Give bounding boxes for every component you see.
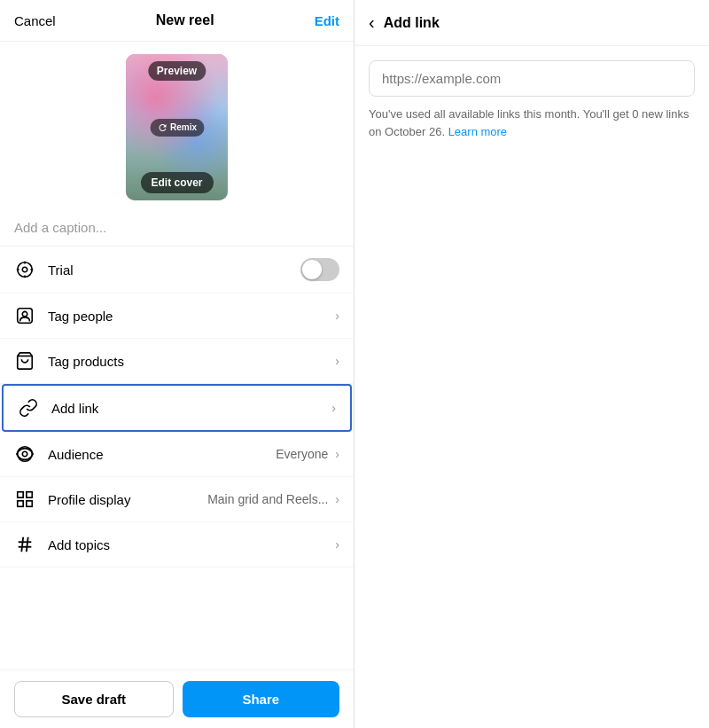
bottom-buttons: Save draft Share [0,669,354,728]
save-draft-button[interactable]: Save draft [14,681,174,717]
add-link-icon [18,397,39,419]
back-button[interactable]: ‹ [369,12,375,33]
audience-icon [14,443,35,465]
add-link-title: Add link [384,15,440,31]
svg-rect-12 [27,492,32,497]
trial-toggle[interactable] [300,258,339,281]
menu-item-audience[interactable]: Audience Everyone › [0,432,354,477]
learn-more-link[interactable]: Learn more [448,125,507,138]
tag-people-icon [14,305,35,326]
preview-badge: Preview [148,61,206,81]
edit-button[interactable]: Edit [315,13,339,28]
link-note: You've used all available links this mon… [369,106,695,140]
trial-toggle-thumb [302,260,322,279]
menu-item-add-topics[interactable]: Add topics › [0,522,354,568]
profile-display-chevron: › [335,492,339,506]
audience-value: Everyone [276,447,328,461]
video-preview-container: Preview Remix Edit cover [0,42,354,209]
svg-rect-14 [27,501,32,506]
right-header: ‹ Add link [354,0,709,46]
right-content: You've used all available links this mon… [354,46,709,728]
menu-list: Trial Tag people › Tag products › [0,247,354,669]
trial-label: Trial [48,262,300,278]
add-topics-chevron: › [335,537,339,552]
svg-line-18 [27,537,28,552]
profile-display-value: Main grid and Reels... [207,492,328,506]
menu-item-tag-people[interactable]: Tag people › [0,294,354,339]
svg-point-10 [22,451,27,457]
left-header: Cancel New reel Edit [0,0,354,42]
add-topics-label: Add topics [48,537,331,552]
svg-line-17 [21,537,23,552]
tag-products-label: Tag products [48,354,331,369]
cancel-button[interactable]: Cancel [14,13,56,28]
svg-point-0 [18,262,33,278]
new-reel-title: New reel [156,12,214,28]
caption-area[interactable]: Add a caption... [0,209,354,247]
profile-display-label: Profile display [48,492,207,507]
caption-placeholder: Add a caption... [14,220,106,235]
tag-products-icon [14,350,35,372]
tag-people-label: Tag people [48,309,331,324]
audience-chevron: › [335,447,339,461]
svg-rect-11 [18,492,23,497]
add-topics-icon [14,534,35,555]
add-link-chevron: › [331,401,336,415]
link-note-text: You've used all available links this mon… [369,107,690,138]
svg-point-1 [22,267,27,272]
menu-item-tag-products[interactable]: Tag products › [0,339,354,384]
menu-item-profile-display[interactable]: Profile display Main grid and Reels... › [0,477,354,522]
menu-item-trial[interactable]: Trial [0,247,354,294]
svg-point-7 [22,311,27,317]
left-panel: Cancel New reel Edit Preview Remix Edit … [0,0,354,728]
trial-icon [14,259,35,280]
remix-badge: Remix [150,119,204,137]
add-link-label: Add link [51,401,328,416]
svg-rect-13 [18,501,23,506]
link-input[interactable] [369,60,695,97]
audience-label: Audience [48,447,276,462]
tag-people-chevron: › [335,309,339,323]
right-panel: ‹ Add link You've used all available lin… [354,0,709,728]
tag-products-chevron: › [335,354,339,368]
share-button[interactable]: Share [183,681,340,717]
profile-display-icon [14,489,35,510]
remix-icon [157,122,168,133]
edit-cover-badge[interactable]: Edit cover [140,172,213,193]
video-thumbnail[interactable]: Preview Remix Edit cover [126,54,228,200]
menu-item-add-link[interactable]: Add link › [2,384,352,432]
